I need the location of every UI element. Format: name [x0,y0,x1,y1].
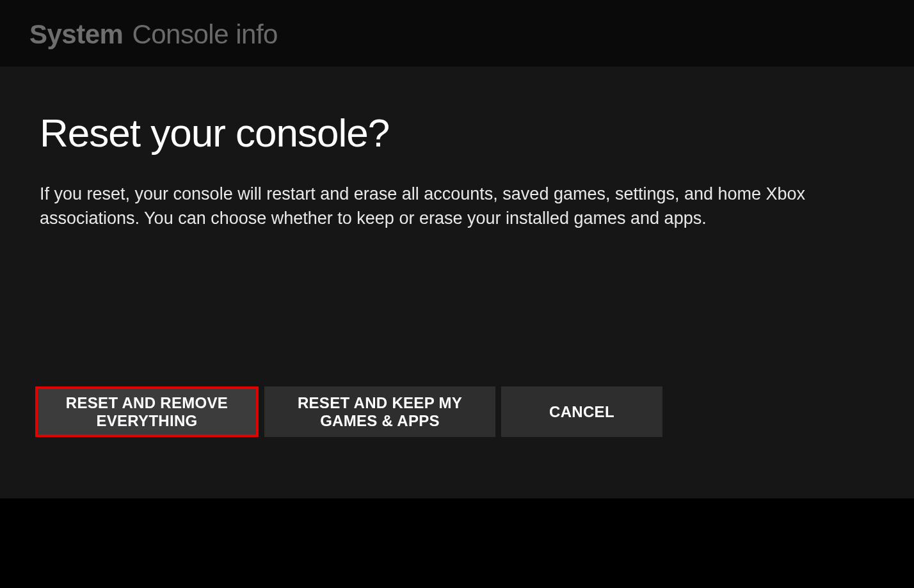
main-content: Reset your console? If you reset, your c… [0,67,914,498]
footer-area [0,498,914,588]
breadcrumb-page: Console info [132,19,277,50]
breadcrumb: System Console info [0,0,914,67]
action-button-row: RESET AND REMOVE EVERYTHING RESET AND KE… [35,386,662,437]
cancel-button[interactable]: CANCEL [501,386,662,437]
page-description: If you reset, your console will restart … [40,182,846,231]
reset-and-remove-everything-button[interactable]: RESET AND REMOVE EVERYTHING [35,386,259,437]
reset-and-keep-games-apps-button[interactable]: RESET AND KEEP MY GAMES & APPS [264,386,495,437]
breadcrumb-section: System [29,19,123,50]
page-title: Reset your console? [40,110,874,155]
